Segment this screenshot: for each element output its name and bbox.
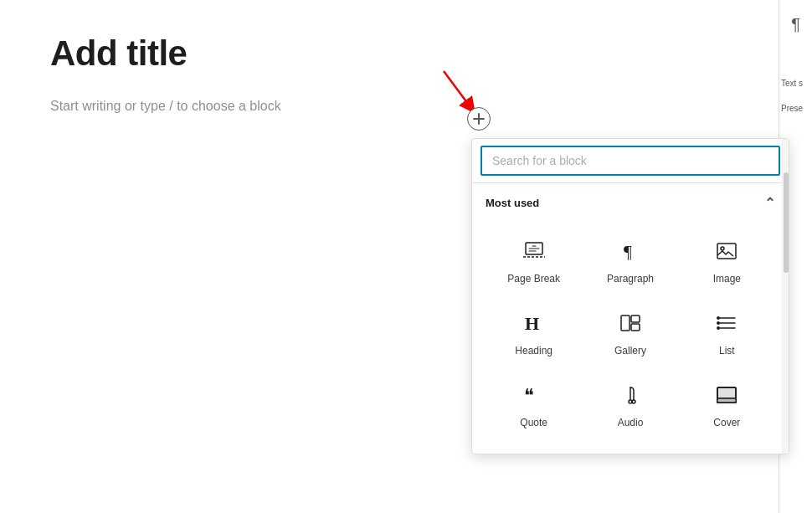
block-label-cover: Cover [713,417,740,428]
svg-rect-11 [631,324,640,331]
most-used-label: Most used [486,197,539,209]
scrollbar[interactable] [782,139,789,454]
block-item-gallery[interactable]: Gallery [582,296,678,368]
list-icon [712,308,742,338]
svg-rect-10 [631,315,640,322]
sidebar-text-label: Text s [779,75,812,91]
block-label-image: Image [713,273,741,285]
add-block-area [467,107,491,131]
block-label-page-break: Page Break [507,273,560,285]
block-search-input[interactable] [481,146,780,176]
quote-icon: ❝ [519,380,549,410]
block-grid: Page Break ¶ Paragraph [472,218,789,454]
block-item-quote[interactable]: ❝ Quote [486,368,582,440]
block-label-heading: Heading [515,345,552,357]
add-block-button[interactable] [467,107,491,131]
block-search-wrapper [472,139,789,183]
block-item-image[interactable]: Image [679,224,775,296]
editor-area: Add title Start writing or type / to cho… [0,0,779,513]
page-break-icon [519,236,549,266]
svg-text:❝: ❝ [524,385,534,406]
block-item-paragraph[interactable]: ¶ Paragraph [582,224,678,296]
svg-text:¶: ¶ [624,241,632,262]
svg-text:H: H [525,313,539,334]
sidebar-preset-label: Prese [779,100,812,116]
block-label-paragraph: Paragraph [607,273,654,285]
editor-placeholder[interactable]: Start writing or type / to choose a bloc… [50,99,728,114]
block-label-audio: Audio [618,417,644,428]
sidebar-paragraph-icon: ¶ [791,15,800,34]
block-label-gallery: Gallery [614,345,646,357]
gallery-icon [615,308,645,338]
svg-point-17 [717,327,719,329]
svg-rect-9 [621,315,630,331]
svg-rect-26 [717,398,736,403]
cover-icon [712,380,742,410]
block-label-quote: Quote [520,417,547,428]
page-title[interactable]: Add title [50,33,728,74]
scroll-thumb [784,172,789,273]
block-item-audio[interactable]: Audio [582,368,678,440]
paragraph-icon: ¶ [615,236,645,266]
svg-point-20 [632,400,635,403]
most-used-header: Most used ⌃ [472,183,789,218]
block-picker-popup: Most used ⌃ Page Break ¶ [471,138,789,454]
plus-icon [473,113,485,125]
block-item-cover[interactable]: Cover [679,368,775,440]
image-icon [712,236,742,266]
block-item-list[interactable]: List [679,296,775,368]
svg-point-7 [721,247,724,250]
block-item-page-break[interactable]: Page Break [486,224,582,296]
svg-point-15 [717,317,719,319]
block-item-heading[interactable]: H Heading [486,296,582,368]
svg-point-16 [717,322,719,324]
heading-icon: H [519,308,549,338]
collapse-icon[interactable]: ⌃ [764,195,775,211]
audio-icon [615,380,645,410]
block-label-list: List [719,345,735,357]
